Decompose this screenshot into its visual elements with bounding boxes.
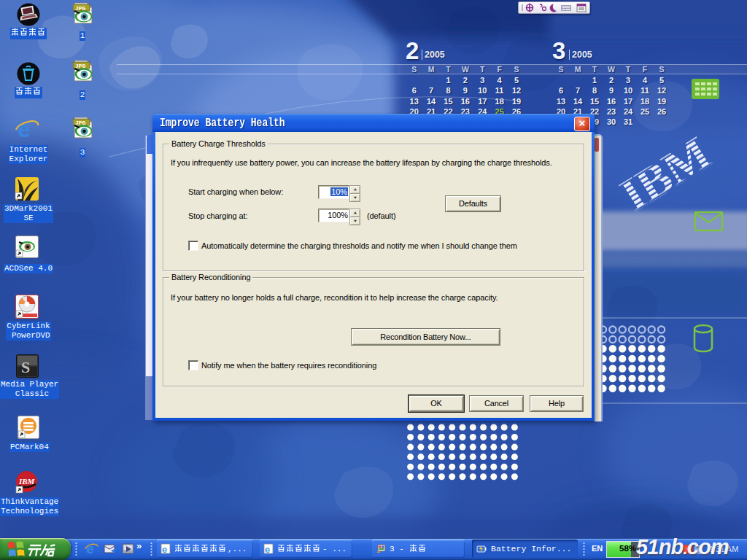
svg-text:e: e <box>162 544 167 554</box>
svg-text:3 -: 3 - <box>390 545 404 553</box>
svg-text:,...: ,... <box>228 545 247 553</box>
svg-text:S: S <box>21 358 30 376</box>
svg-text:- ...: - ... <box>322 545 347 553</box>
svg-text:e: e <box>265 544 270 554</box>
svg-text:IBM: IBM <box>18 477 36 486</box>
